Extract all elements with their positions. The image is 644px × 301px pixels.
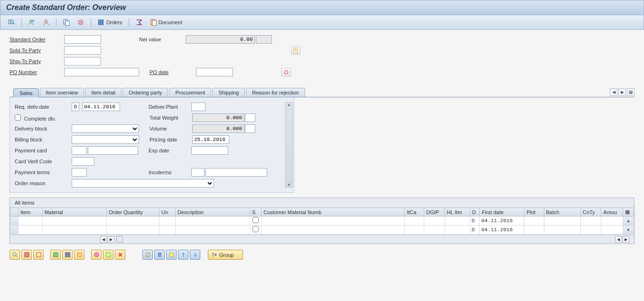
ship-to-input[interactable] (64, 57, 101, 66)
po-number-input[interactable] (64, 68, 139, 76)
cost-icon[interactable] (62, 250, 73, 260)
table-row[interactable]: D04.11.2016▼ (10, 226, 634, 235)
svg-rect-20 (77, 253, 81, 257)
display-doc-icon[interactable] (60, 17, 73, 28)
col-config-icon[interactable]: ▦ (623, 208, 634, 216)
person-icon[interactable] (40, 17, 52, 28)
availability-icon[interactable] (74, 250, 84, 260)
partner-detail-icon[interactable] (291, 46, 300, 55)
tab-prev-icon[interactable]: ◀ (610, 88, 617, 96)
col-cust-mat[interactable]: Customer Material Numb (261, 208, 405, 216)
col-item[interactable]: Item (18, 208, 42, 216)
svg-point-3 (45, 20, 47, 22)
incoterms-code[interactable] (191, 168, 205, 177)
sum-icon[interactable] (133, 17, 145, 28)
tab-navigation: Sales Item overview Item detail Ordering… (0, 88, 644, 97)
detail-icon[interactable] (9, 250, 20, 260)
req-deliv-date-input[interactable] (82, 103, 120, 111)
sched-icon[interactable] (154, 250, 165, 260)
col-selector[interactable] (10, 208, 19, 216)
svg-rect-12 (294, 48, 298, 53)
total-weight-field (192, 113, 244, 122)
col-amount[interactable]: Amou (601, 208, 623, 216)
row-s-checkbox[interactable] (252, 217, 259, 223)
orders-button[interactable]: Orders (95, 17, 125, 28)
delivery-block-select[interactable] (72, 124, 139, 133)
config-icon[interactable] (281, 68, 291, 76)
group-button[interactable]: Group (208, 250, 243, 260)
incoterms-text[interactable] (205, 168, 267, 177)
col-description[interactable]: Description (175, 208, 250, 216)
complete-dlv-checkbox[interactable] (15, 114, 21, 121)
standard-order-label: Standard Order (9, 37, 64, 42)
hscroll-right2-icon[interactable]: ▶ (623, 236, 629, 243)
config-item-icon[interactable] (50, 250, 61, 260)
hscroll-thumb[interactable] (116, 236, 123, 243)
order-reason-select[interactable] (72, 179, 214, 188)
col-dgip[interactable]: DGIP (424, 208, 445, 216)
payment-card-number[interactable] (88, 146, 138, 155)
tab-item-detail[interactable]: Item detail (85, 88, 121, 97)
tab-procurement[interactable]: Procurement (169, 88, 211, 97)
sort-desc-icon[interactable] (190, 250, 200, 260)
pricing-date-label: Pricing date (149, 137, 192, 142)
col-plnt[interactable]: Plnt (524, 208, 544, 216)
hscroll-left2-icon[interactable]: ◀ (615, 236, 622, 243)
col-order-qty[interactable]: Order Quantity (106, 208, 159, 216)
panel-scrollbar[interactable]: ▲▼ (285, 102, 293, 188)
sold-to-input[interactable] (64, 46, 101, 55)
billing-block-select[interactable] (72, 135, 139, 144)
standard-order-input[interactable] (64, 35, 101, 44)
tab-item-overview[interactable]: Item overview (40, 88, 84, 97)
volume-unit[interactable] (245, 124, 255, 133)
payment-terms-label: Payment terms (15, 169, 72, 175)
ship-to-label: Ship-To Party (9, 58, 64, 64)
table-row[interactable]: D04.11.2016▲ (10, 216, 634, 226)
net-value-field (186, 35, 255, 44)
select-all-icon[interactable] (21, 250, 32, 260)
doc-icon[interactable] (166, 250, 177, 260)
tab-shipping[interactable]: Shipping (212, 88, 245, 97)
sold-to-label: Sold-To Party (9, 47, 64, 53)
card-verif-input[interactable] (72, 157, 94, 166)
exp-date-input[interactable] (191, 146, 228, 155)
reject-icon[interactable] (75, 17, 87, 28)
col-d[interactable]: D (470, 208, 479, 216)
po-date-input[interactable] (196, 68, 233, 76)
col-cnty[interactable]: CnTy (580, 208, 601, 216)
pricing-date-input[interactable] (192, 135, 229, 144)
col-un[interactable]: Un (159, 208, 176, 216)
batch-icon[interactable] (103, 250, 113, 260)
tab-list-icon[interactable]: ▦ (627, 88, 635, 96)
deliver-plant-input[interactable] (191, 103, 205, 111)
payment-terms-input[interactable] (72, 168, 87, 177)
hscroll-right-icon[interactable]: ▶ (108, 236, 114, 243)
col-batch[interactable]: Batch (544, 208, 580, 216)
user-data-icon[interactable] (26, 17, 38, 28)
payment-card-type[interactable] (72, 146, 87, 155)
app-toolbar: Orders Document (0, 15, 644, 30)
row-s-checkbox[interactable] (252, 226, 259, 232)
po-date-label: PO date (149, 69, 168, 75)
svg-rect-24 (158, 256, 161, 257)
tab-next-icon[interactable]: ▶ (618, 88, 626, 96)
col-itca[interactable]: ItCa (405, 208, 424, 216)
col-first-date[interactable]: First date (480, 208, 524, 216)
req-deliv-type-input[interactable] (72, 103, 79, 111)
display-header-icon[interactable] (5, 17, 18, 28)
tab-ordering-party[interactable]: Ordering party (122, 88, 168, 97)
document-button[interactable]: Document (147, 17, 185, 28)
delete-icon[interactable] (115, 250, 125, 260)
col-s[interactable]: S (250, 208, 261, 216)
svg-rect-15 (24, 253, 28, 257)
deselect-all-icon[interactable] (33, 250, 44, 260)
col-hlitm[interactable]: HL Itm (445, 208, 470, 216)
col-material[interactable]: Material (42, 208, 106, 216)
propose-icon[interactable] (91, 250, 102, 260)
sort-asc-icon[interactable] (178, 250, 188, 260)
tab-reason-rejection[interactable]: Reason for rejection (246, 88, 305, 97)
refresh-icon[interactable] (142, 250, 153, 260)
hscroll-left-icon[interactable]: ◀ (100, 236, 107, 243)
tab-sales[interactable]: Sales (13, 88, 39, 97)
total-weight-unit[interactable] (245, 113, 255, 122)
